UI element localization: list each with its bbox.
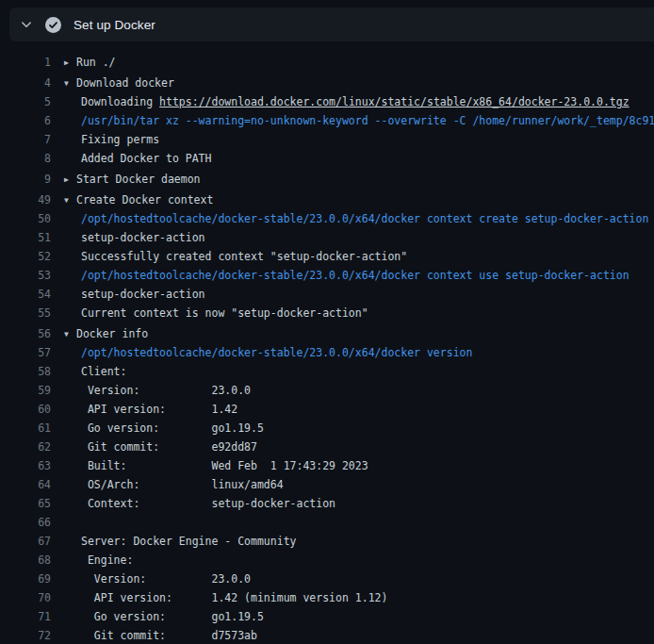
line-number[interactable]: 69 (0, 570, 51, 588)
log-line: 61 Go version: go1.19.5 (0, 419, 654, 438)
command-text: /opt/hostedtoolcache/docker-stable/23.0.… (81, 346, 472, 359)
line-number[interactable]: 52 (0, 247, 51, 266)
line-number[interactable]: 54 (0, 285, 51, 304)
log-group: 49▼Create Docker context50/opt/hostedtoo… (0, 190, 654, 322)
log-line: 62 Git commit: e92dd87 (0, 438, 654, 456)
group-header-row[interactable]: 4▼Download docker (0, 74, 654, 92)
log-text: setup-docker-action (81, 231, 205, 244)
line-number[interactable]: 64 (0, 475, 51, 494)
log-line-content: Built: Wed Feb 1 17:43:29 2023 (81, 456, 368, 475)
line-number[interactable]: 68 (0, 551, 51, 570)
log-text: Server: Docker Engine - Community (81, 535, 296, 548)
log-text: setup-docker-action (81, 288, 205, 301)
line-number[interactable]: 9 (0, 170, 51, 189)
triangle-down-icon: ▼ (64, 74, 76, 93)
log-text: API version: 1.42 (minimum version 1.12) (81, 591, 387, 604)
command-text: /opt/hostedtoolcache/docker-stable/23.0.… (81, 212, 654, 225)
log-line: 5Downloading https://download.docker.com… (0, 92, 654, 111)
group-title[interactable]: ▼Create Docker context (64, 190, 213, 209)
log-line-content: /opt/hostedtoolcache/docker-stable/23.0.… (81, 343, 472, 362)
log-line-content: Git commit: d7573ab (81, 626, 257, 644)
line-number[interactable]: 57 (0, 343, 51, 362)
log-line-content: Go version: go1.19.5 (81, 607, 264, 626)
log-line-content: setup-docker-action (81, 285, 205, 304)
line-number[interactable]: 8 (0, 149, 51, 168)
actions-log-viewer: Set up Docker 1▶Run ./4▼Download docker5… (0, 0, 654, 644)
line-number[interactable]: 51 (0, 228, 51, 247)
line-number[interactable]: 5 (0, 92, 51, 111)
line-number[interactable]: 56 (0, 324, 51, 343)
log-line: 70 API version: 1.42 (minimum version 1.… (0, 588, 654, 607)
chevron-down-icon[interactable] (19, 18, 34, 31)
log-line: 6/usr/bin/tar xz --warning=no-unknown-ke… (0, 111, 654, 130)
log-line-content: API version: 1.42 (81, 400, 237, 419)
line-number[interactable]: 61 (0, 419, 51, 438)
log-line: 55Current context is now "setup-docker-a… (0, 304, 654, 322)
log-text: Built: Wed Feb 1 17:43:29 2023 (81, 459, 368, 472)
triangle-right-icon: ▶ (64, 171, 76, 190)
line-number[interactable]: 66 (0, 513, 51, 532)
log-line: 51setup-docker-action (0, 228, 654, 247)
line-number[interactable]: 6 (0, 111, 51, 130)
log-line-content: Fixing perms (81, 130, 159, 149)
group-title[interactable]: ▼Download docker (64, 74, 174, 92)
line-number[interactable]: 63 (0, 456, 51, 475)
line-number[interactable]: 65 (0, 494, 51, 513)
log-text: Added Docker to PATH (81, 152, 211, 165)
log-line-content: API version: 1.42 (minimum version 1.12) (81, 588, 387, 607)
group-title-text: Run ./ (76, 56, 116, 69)
line-number[interactable]: 49 (0, 190, 51, 209)
log-text: Git commit: e92dd87 (81, 440, 257, 454)
group-title[interactable]: ▶Run ./ (64, 53, 116, 72)
group-title[interactable]: ▼Docker info (64, 324, 148, 343)
log-line-content: Successfully created context "setup-dock… (81, 247, 407, 266)
line-number[interactable]: 50 (0, 209, 51, 228)
line-number[interactable]: 60 (0, 400, 51, 419)
command-text: /opt/hostedtoolcache/docker-stable/23.0.… (81, 269, 629, 282)
line-number[interactable]: 7 (0, 130, 51, 149)
line-number[interactable]: 58 (0, 362, 51, 381)
line-number[interactable]: 71 (0, 607, 51, 626)
log-text: Context: setup-docker-action (81, 497, 335, 510)
log-text: Current context is now "setup-docker-act… (81, 306, 368, 320)
group-header-row[interactable]: 56▼Docker info (0, 324, 654, 343)
download-url-link[interactable]: https://download.docker.com/linux/static… (159, 95, 629, 108)
group-header-row[interactable]: 49▼Create Docker context (0, 190, 654, 209)
line-number[interactable]: 72 (0, 626, 51, 644)
log-text: Git commit: d7573ab (81, 629, 257, 642)
log-line-content: Go version: go1.19.5 (81, 419, 264, 438)
log-group: 1▶Run ./ (0, 53, 654, 72)
log-line: 66 (0, 513, 654, 532)
log-line: 69 Version: 23.0.0 (0, 570, 654, 588)
step-header[interactable]: Set up Docker (9, 8, 654, 41)
log-line: 72 Git commit: d7573ab (0, 626, 654, 644)
log-line-content: Engine: (81, 551, 133, 570)
log-text: Version: 23.0.0 (81, 572, 251, 586)
log-line: 58Client: (0, 362, 654, 381)
line-number[interactable]: 4 (0, 74, 51, 92)
log-line: 63 Built: Wed Feb 1 17:43:29 2023 (0, 456, 654, 475)
log-line: 52Successfully created context "setup-do… (0, 247, 654, 266)
step-title: Set up Docker (74, 18, 155, 32)
line-number[interactable]: 70 (0, 588, 51, 607)
line-number[interactable]: 53 (0, 266, 51, 285)
line-number[interactable]: 62 (0, 438, 51, 456)
log-line: 53/opt/hostedtoolcache/docker-stable/23.… (0, 266, 654, 285)
line-number[interactable]: 59 (0, 381, 51, 400)
log-line-content: /usr/bin/tar xz --warning=no-unknown-key… (81, 111, 654, 130)
group-title-text: Download docker (76, 76, 174, 90)
line-number[interactable]: 67 (0, 532, 51, 551)
log-line-content: Client: (81, 362, 126, 381)
triangle-down-icon: ▼ (64, 191, 76, 210)
log-line: 64 OS/Arch: linux/amd64 (0, 475, 654, 494)
group-title-text: Create Docker context (76, 193, 213, 206)
log-line-content: Server: Docker Engine - Community (81, 532, 296, 551)
group-header-row[interactable]: 9▶Start Docker daemon (0, 170, 654, 189)
group-header-row[interactable]: 1▶Run ./ (0, 53, 654, 72)
group-title[interactable]: ▶Start Docker daemon (64, 170, 201, 189)
log-text: API version: 1.42 (81, 403, 237, 416)
line-number[interactable]: 1 (0, 53, 51, 72)
command-text: /usr/bin/tar xz --warning=no-unknown-key… (81, 114, 654, 127)
line-number[interactable]: 55 (0, 304, 51, 322)
log-line-content: Git commit: e92dd87 (81, 438, 257, 456)
